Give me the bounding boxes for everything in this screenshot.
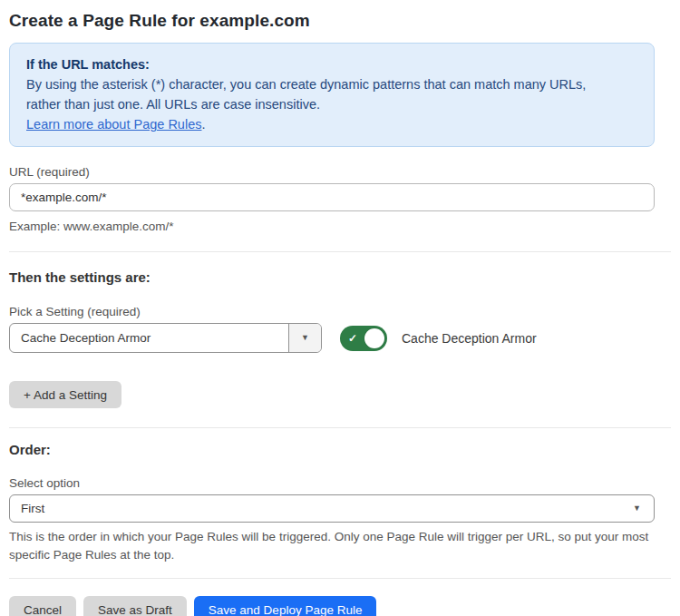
setting-picker-label: Pick a Setting (required) — [9, 305, 655, 318]
order-helper-text: This is the order in which your Page Rul… — [9, 528, 655, 564]
url-field-label: URL (required) — [9, 165, 655, 179]
learn-more-link[interactable]: Learn more about Page Rules — [26, 117, 201, 132]
info-box-heading: If the URL matches: — [26, 54, 637, 74]
toggle-label: Cache Deception Armor — [402, 331, 537, 346]
url-match-info-box: If the URL matches: By using the asteris… — [9, 43, 655, 147]
settings-section-heading: Then the settings are: — [9, 269, 655, 285]
chevron-down-icon: ▼ — [633, 504, 641, 513]
order-select[interactable]: First ▼ — [9, 494, 655, 523]
order-select-label: Select option — [9, 476, 655, 490]
footer-actions: Cancel Save as Draft Save and Deploy Pag… — [9, 596, 655, 616]
link-suffix: . — [201, 117, 205, 132]
cancel-button[interactable]: Cancel — [9, 596, 76, 616]
order-section-heading: Order: — [9, 442, 655, 457]
divider — [9, 251, 671, 252]
toggle-wrap: ✓ Cache Deception Armor — [340, 326, 537, 351]
chevron-down-icon: ▼ — [301, 334, 309, 342]
divider — [9, 578, 671, 579]
setting-select-caret-button[interactable]: ▼ — [288, 324, 321, 352]
page-title: Create a Page Rule for example.com — [9, 11, 655, 31]
toggle-knob — [364, 328, 384, 348]
setting-row: Cache Deception Armor ▼ ✓ Cache Deceptio… — [9, 323, 655, 353]
info-box-body: By using the asterisk (*) character, you… — [26, 74, 616, 114]
setting-select[interactable]: Cache Deception Armor ▼ — [9, 323, 322, 353]
order-select-value: First — [21, 502, 44, 515]
check-icon: ✓ — [348, 331, 357, 346]
cache-deception-armor-toggle[interactable]: ✓ — [340, 326, 387, 351]
url-example-helper: Example: www.example.com/* — [9, 218, 655, 236]
divider — [9, 427, 671, 428]
setting-select-value: Cache Deception Armor — [10, 324, 288, 352]
info-box-link-line: Learn more about Page Rules. — [26, 114, 637, 134]
add-setting-button[interactable]: + Add a Setting — [9, 381, 121, 408]
save-and-deploy-button[interactable]: Save and Deploy Page Rule — [194, 596, 377, 616]
url-input[interactable] — [9, 183, 655, 211]
save-as-draft-button[interactable]: Save as Draft — [83, 596, 187, 616]
page-rule-form: Create a Page Rule for example.com If th… — [0, 0, 680, 616]
